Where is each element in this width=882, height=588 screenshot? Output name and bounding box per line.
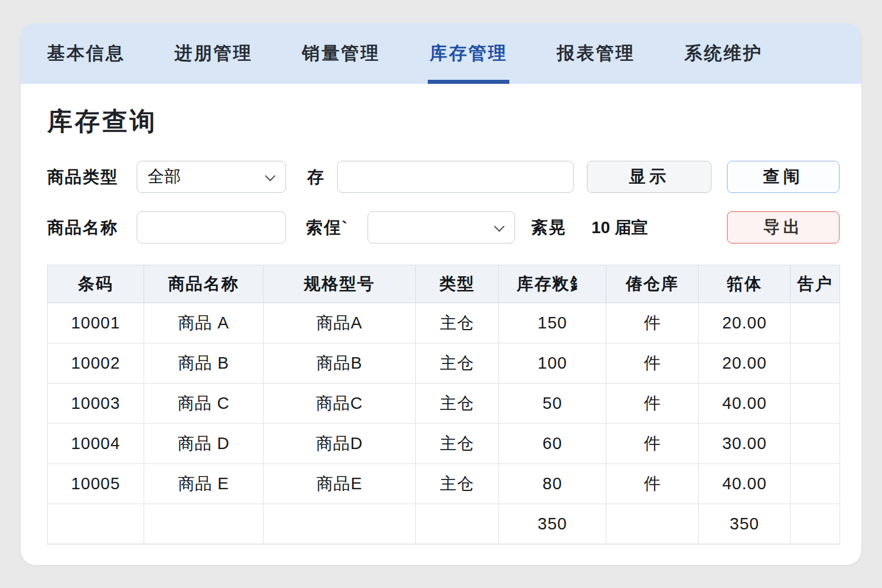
app-card: 基本信息进朋管理销量管理库存管理报表管理系统维护 库存查询 商品类型 全部 存 …: [21, 23, 861, 565]
table-cell: 件: [606, 424, 699, 464]
column-header: 吿户: [791, 265, 840, 303]
table-header-row: 条码商品名称规格型号类型库存敉釒偆仓庠筘体吿户: [48, 265, 840, 303]
table-cell: 件: [606, 303, 699, 343]
table-cell: 10001: [48, 303, 144, 343]
export-button[interactable]: 导出: [727, 211, 840, 243]
total-cell: 350: [499, 504, 606, 544]
tab-1[interactable]: 进朋管理: [175, 23, 253, 84]
table-cell: 件: [606, 464, 699, 504]
table-cell: 主仓: [416, 424, 499, 464]
product-type-select[interactable]: 全部: [137, 161, 286, 193]
table-cell: [791, 343, 840, 384]
table-cell: 商品 A: [144, 303, 264, 343]
chevron-down-icon: [265, 171, 275, 181]
table-cell: 10004: [48, 424, 144, 464]
table-cell: 商品B: [264, 343, 416, 384]
table-cell: 件: [606, 384, 699, 424]
sort-select[interactable]: [368, 211, 515, 243]
inventory-table: 条码商品名称规格型号类型库存敉釒偆仓庠筘体吿户 10001商品 A商品A主仓15…: [47, 265, 840, 544]
total-row: 350350: [48, 504, 840, 544]
table-row: 10001商品 A商品A主仓150件20.00: [48, 303, 840, 343]
table-cell: 主仓: [416, 464, 499, 504]
column-header: 条码: [48, 265, 144, 303]
table-cell: [791, 464, 840, 504]
table-cell: 商品 B: [144, 343, 264, 384]
chevron-down-icon: [494, 221, 504, 231]
column-header: 商品名称: [144, 265, 264, 303]
table-cell: 30.00: [699, 424, 791, 464]
tab-3[interactable]: 库存管理: [430, 23, 508, 84]
table-row: 10003商品 C商品C主仓50件40.00: [48, 384, 840, 424]
total-cell: [416, 504, 499, 544]
table-cell: [791, 424, 840, 464]
table-cell: 件: [606, 343, 699, 384]
table-cell: 10005: [48, 464, 144, 504]
sort-label: 索侱`: [306, 211, 349, 243]
query-button[interactable]: 查闱: [727, 161, 840, 193]
total-cell: [264, 504, 416, 544]
product-name-label: 商品名称: [47, 211, 118, 243]
table-cell: 商品A: [264, 303, 416, 343]
tab-4[interactable]: 报表管理: [557, 23, 635, 84]
product-type-value: 全部: [148, 165, 181, 188]
table-cell: 商品 E: [144, 464, 264, 504]
table-cell: 主仓: [416, 384, 499, 424]
table-cell: 商品D: [264, 424, 416, 464]
table-cell: [791, 303, 840, 343]
tab-2[interactable]: 销量管理: [302, 23, 380, 84]
table-cell: 商品 C: [144, 384, 264, 424]
filter-row-2: 商品名称 索侱` 紊晃 10 届宣 导出: [21, 211, 861, 243]
table-cell: 80: [499, 464, 606, 504]
table-cell: [791, 384, 840, 424]
column-header: 类型: [416, 265, 499, 303]
column-header: 偆仓庠: [606, 265, 699, 303]
inventory-table-wrap: 条码商品名称规格型号类型库存敉釒偆仓庠筘体吿户 10001商品 A商品A主仓15…: [47, 265, 840, 544]
page: 基本信息进朋管理销量管理库存管理报表管理系统维护 库存查询 商品类型 全部 存 …: [0, 0, 882, 588]
table-cell: 150: [499, 303, 606, 343]
table-row: 10002商品 B商品B主仓100件20.00: [48, 343, 840, 384]
tab-bar: 基本信息进朋管理销量管理库存管理报表管理系统维护: [21, 23, 861, 84]
column-header: 规格型号: [264, 265, 416, 303]
total-cell: [48, 504, 144, 544]
keyword-input[interactable]: [337, 161, 574, 193]
keyword-label: 存: [307, 161, 325, 193]
filter-row-1: 商品类型 全部 存 显示 查闱: [21, 161, 861, 193]
table-cell: 商品 D: [144, 424, 264, 464]
count-label: 紊晃: [531, 211, 567, 243]
table-cell: 20.00: [699, 343, 791, 384]
table-cell: 10003: [48, 384, 144, 424]
table-cell: 60: [499, 424, 606, 464]
table-cell: 20.00: [699, 303, 791, 343]
table-cell: 10002: [48, 343, 144, 384]
table-cell: 主仓: [416, 343, 499, 384]
total-cell: [606, 504, 699, 544]
table-cell: 100: [499, 343, 606, 384]
table-cell: 商品E: [264, 464, 416, 504]
table-cell: 40.00: [699, 384, 791, 424]
table-cell: 主仓: [416, 303, 499, 343]
total-cell: 350: [699, 504, 791, 544]
total-cell: [144, 504, 264, 544]
table-cell: 50: [499, 384, 606, 424]
table-row: 10005商品 E商品E主仓80件40.00: [48, 464, 840, 504]
table-cell: 40.00: [699, 464, 791, 504]
column-header: 筘体: [699, 265, 791, 303]
column-header: 库存敉釒: [499, 265, 606, 303]
table-cell: 商品C: [264, 384, 416, 424]
page-title: 库存查询: [47, 105, 157, 138]
tab-0[interactable]: 基本信息: [47, 23, 125, 84]
page-size-text: 10 届宣: [591, 211, 648, 243]
product-name-input[interactable]: [137, 211, 286, 243]
product-type-label: 商品类型: [47, 161, 118, 193]
table-row: 10004商品 D商品D主仓60件30.00: [48, 424, 840, 464]
total-cell: [791, 504, 840, 544]
tab-5[interactable]: 系统维护: [684, 23, 763, 84]
show-button[interactable]: 显示: [587, 161, 711, 193]
